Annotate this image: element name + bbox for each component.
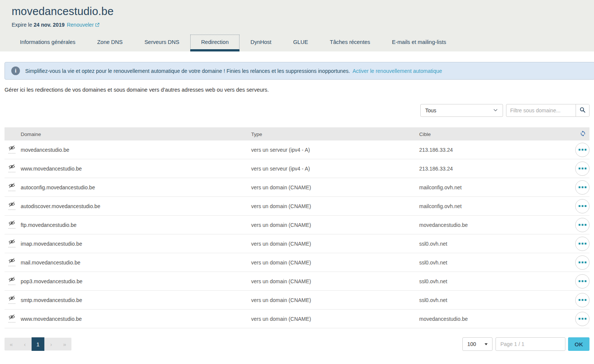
column-header-domaine: Domaine	[21, 131, 41, 137]
cell-target: movedancestudio.be	[419, 316, 468, 322]
eye-slash-icon[interactable]	[8, 145, 15, 153]
row-actions-button[interactable]	[575, 255, 589, 270]
search-button[interactable]	[576, 104, 589, 116]
ok-button[interactable]: OK	[568, 337, 589, 351]
row-actions-button[interactable]	[575, 274, 589, 288]
row-actions-button[interactable]	[575, 237, 589, 251]
column-header-cible: Cible	[419, 131, 431, 137]
tab-label: Tâches récentes	[330, 39, 370, 45]
cell-type: vers un serveur (ipv4 - A)	[251, 147, 310, 153]
cell-target: 213.186.33.24	[419, 147, 453, 153]
row-actions-button[interactable]	[575, 180, 589, 195]
first-page-button[interactable]: «	[5, 338, 18, 350]
eye-slash-icon[interactable]	[8, 257, 15, 266]
cell-target: ssl0.ovh.net	[419, 278, 447, 284]
cell-target: mailconfig.ovh.net	[419, 203, 462, 209]
cell-type: vers un domain (CNAME)	[251, 316, 311, 322]
redirections-table: Domaine Type Cible	[5, 127, 589, 328]
cell-target: ssl0.ovh.net	[419, 241, 447, 247]
ellipsis-icon	[579, 186, 580, 188]
previous-page-button[interactable]: ‹	[18, 338, 32, 350]
row-actions-button[interactable]	[575, 199, 589, 213]
cell-type: vers un domain (CNAME)	[251, 297, 311, 303]
tab-label: DynHost	[250, 39, 271, 45]
tab-redirection[interactable]: Redirection	[190, 35, 239, 50]
tab-glue[interactable]: GLUE	[282, 35, 319, 50]
eye-slash-icon[interactable]	[8, 295, 15, 304]
expire-label: Expire le	[12, 22, 32, 28]
ellipsis-icon	[579, 243, 580, 245]
cell-domain: www.movedancestudio.be	[21, 316, 82, 322]
redirection-panel: i Simplifiez-vous la vie et optez pour l…	[0, 62, 594, 351]
row-actions-button[interactable]	[575, 218, 589, 232]
table-row: movedancestudio.be vers un serveur (ipv4…	[5, 140, 589, 159]
current-page-button[interactable]: 1	[32, 337, 44, 351]
ellipsis-icon	[579, 149, 580, 151]
expire-line: Expire le 24 nov. 2019 Renouveler	[12, 22, 594, 28]
refresh-button[interactable]	[580, 130, 586, 138]
cell-target: 213.186.33.24	[419, 166, 453, 172]
column-header-type: Type	[251, 131, 262, 137]
cell-type: vers un domain (CNAME)	[251, 260, 311, 266]
eye-slash-icon[interactable]	[8, 163, 15, 172]
tab-dynhost[interactable]: DynHost	[239, 35, 282, 50]
cell-type: vers un serveur (ipv4 - A)	[251, 166, 310, 172]
page-header: movedancestudio.be Expire le 24 nov. 201…	[0, 0, 594, 51]
subdomain-search-input[interactable]	[506, 104, 576, 116]
ellipsis-icon	[579, 261, 580, 263]
eye-slash-icon[interactable]	[8, 314, 15, 322]
tab-e-mails-et-mailing-lists[interactable]: E-mails et mailing-lists	[381, 35, 457, 50]
ellipsis-icon	[579, 280, 580, 282]
activate-auto-renewal-link[interactable]: Activer le renouvellement automatique	[353, 68, 442, 74]
external-link-icon	[95, 23, 100, 27]
page-size-select[interactable]: 100	[462, 337, 492, 351]
paginator: « ‹ 1 › »	[5, 338, 71, 350]
section-description: Gérer ici les redirections de vos domain…	[5, 87, 589, 93]
type-filter-select[interactable]: Tous	[420, 104, 503, 117]
table-row: autoconfig.movedancestudio.be vers un do…	[5, 178, 589, 197]
cell-type: vers un domain (CNAME)	[251, 222, 311, 228]
row-actions-button[interactable]	[575, 143, 589, 157]
cell-domain: autoconfig.movedancestudio.be	[21, 184, 95, 190]
eye-slash-icon[interactable]	[8, 201, 15, 210]
subdomain-search-box	[506, 104, 589, 117]
table-row: pop3.movedancestudio.be vers un domain (…	[5, 272, 589, 291]
page-number-input[interactable]	[496, 337, 565, 351]
renew-link[interactable]: Renouveler	[67, 22, 100, 28]
auto-renewal-banner: i Simplifiez-vous la vie et optez pour l…	[5, 62, 594, 80]
tab-label: GLUE	[293, 39, 308, 45]
ellipsis-icon	[579, 299, 580, 301]
info-icon: i	[11, 66, 20, 75]
tab-serveurs-dns[interactable]: Serveurs DNS	[133, 35, 190, 50]
cell-domain: autodiscover.movedancestudio.be	[21, 203, 100, 209]
table-row: imap.movedancestudio.be vers un domain (…	[5, 234, 589, 253]
eye-slash-icon[interactable]	[8, 182, 15, 191]
tab-label: Zone DNS	[97, 39, 123, 45]
ellipsis-icon	[579, 205, 580, 207]
cell-domain: mail.movedancestudio.be	[21, 260, 80, 266]
table-header: Domaine Type Cible	[5, 127, 589, 140]
next-page-button[interactable]: ›	[44, 338, 58, 350]
row-actions-button[interactable]	[575, 312, 589, 326]
eye-slash-icon[interactable]	[8, 239, 15, 247]
eye-slash-icon[interactable]	[8, 220, 15, 228]
eye-slash-icon[interactable]	[8, 276, 15, 285]
select-arrow-icon	[485, 343, 488, 345]
expire-date: 24 nov. 2019	[33, 22, 64, 28]
tab-bar: Informations générales Zone DNS Serveurs…	[9, 35, 457, 50]
table-row: autodiscover.movedancestudio.be vers un …	[5, 197, 589, 216]
row-actions-button[interactable]	[575, 162, 589, 176]
page-controls: 100 OK	[462, 337, 589, 351]
tab-taches-recentes[interactable]: Tâches récentes	[319, 35, 381, 50]
banner-text: Simplifiez-vous la vie et optez pour le …	[25, 68, 442, 74]
row-actions-button[interactable]	[575, 293, 589, 307]
cell-domain: pop3.movedancestudio.be	[21, 278, 82, 284]
search-icon	[579, 107, 586, 114]
table-row: www.movedancestudio.be vers un serveur (…	[5, 159, 589, 178]
last-page-button[interactable]: »	[58, 338, 71, 350]
type-filter-value: Tous	[425, 107, 436, 113]
tab-zone-dns[interactable]: Zone DNS	[86, 35, 134, 50]
tab-informations-generales[interactable]: Informations générales	[9, 35, 86, 50]
page-size-value: 100	[467, 341, 476, 347]
chevron-down-icon	[493, 107, 498, 114]
